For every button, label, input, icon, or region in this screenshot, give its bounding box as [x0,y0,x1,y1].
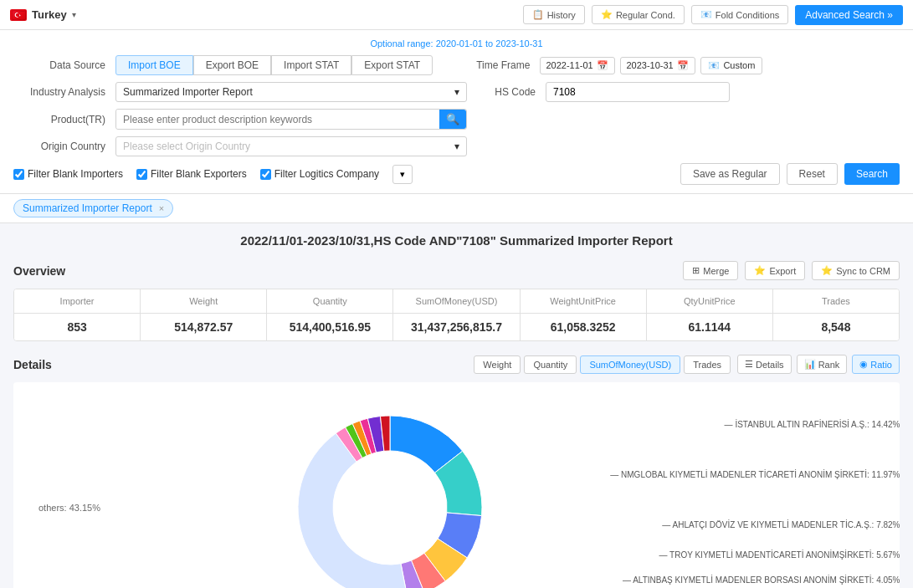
donut-chart [281,399,499,588]
tab-import-stat[interactable]: Import STAT [271,55,351,75]
details-tabs: Weight Quantity SumOfMoney(USD) Trades [474,355,731,374]
ratio-view-btn[interactable]: ◉ Ratio [852,355,900,374]
header-right: 📋 History ⭐ Regular Cond. 📧 Fold Conditi… [523,5,903,25]
close-tab-icon[interactable]: × [159,203,164,213]
col-sum-money: SumOfMoney(USD) [393,289,520,313]
time-to-input[interactable]: 2023-10-31 📅 [620,57,695,74]
val-qty-unit-price: 61.1144 [647,314,773,340]
tab-import-boe[interactable]: Import BOE [115,55,193,75]
chevron-down-icon: ▾ [454,86,459,98]
others-label: others: 43.15% [38,503,100,513]
product-input-wrap: 🔍 [115,109,467,130]
val-weight: 514,872.57 [141,314,267,340]
sync-icon: ⭐ [821,265,833,276]
product-search-icon[interactable]: 🔍 [439,110,466,129]
timeframe-group: 2022-11-01 📅 2023-10-31 📅 📧 Custom [540,57,762,74]
stats-value-row: 853 514,872.57 514,400,516.95 31,437,256… [14,314,899,340]
product-label: Product(TR) [13,114,105,125]
details-icon: ☰ [745,359,753,370]
overview-header: Overview ⊞ Merge ⭐ Export ⭐ Sync to CRM [13,261,900,280]
filter-row: Filter Blank Importers Filter Blank Expo… [13,163,900,185]
advanced-search-button[interactable]: Advanced Search » [795,5,903,25]
chevron-down-icon[interactable]: ▾ [72,10,76,19]
search-panel: Optional range: 2020-01-01 to 2023-10-31… [0,30,913,194]
result-tabs: Summarized Importer Report × [0,194,913,223]
fold-conditions-button[interactable]: 📧 Fold Conditions [691,5,788,24]
col-importer: Importer [14,289,141,313]
val-sum-money: 31,437,256,815.7 [393,314,520,340]
filter-logistics-checkbox[interactable]: Filter Logitics Company [260,168,379,180]
details-header: Details Weight Quantity SumOfMoney(USD) … [13,355,900,374]
tab-weight[interactable]: Weight [474,355,521,374]
legend-istanbul: — İSTANBUL ALTIN RAFİNERİSİ A.Ş.: 14.42% [725,420,900,429]
turkey-flag-icon [10,9,27,21]
search-button[interactable]: Search [844,163,900,185]
val-trades: 8,548 [773,314,899,340]
overview-title: Overview [13,264,65,278]
origin-row: Origin Country Please select Origin Coun… [13,136,900,156]
country-name: Turkey [32,8,67,21]
hs-code-input[interactable] [546,82,730,102]
chart-legend: — İSTANBUL ALTIN RAFİNERİSİ A.Ş.: 14.42%… [499,382,900,588]
legend-nmglobal: — NMGLOBAL KIYMETLİ MADENLER TİCARETİ AN… [610,470,900,479]
regular-cond-button[interactable]: ⭐ Regular Cond. [592,5,685,24]
report-title: 2022/11/01-2023/10/31,HS Code AND"7108" … [13,233,900,248]
legend-troy: — TROY KIYMETLİ MADENTİCARETİ ANONİMŞİRK… [659,550,900,560]
chevron-down-icon: ▾ [454,141,459,152]
details-view-btn[interactable]: ☰ Details [737,355,792,374]
industry-select[interactable]: Summarized Importer Report ▾ [115,82,467,102]
tab-trades[interactable]: Trades [684,355,731,374]
col-weight-unit-price: WeightUnitPrice [521,289,647,313]
ratio-icon: ◉ [859,359,868,370]
main-content: 2022/11/01-2023/10/31,HS Code AND"7108" … [0,223,913,588]
rank-view-btn[interactable]: 📊 Rank [797,355,848,374]
header: Turkey ▾ 📋 History ⭐ Regular Cond. 📧 Fol… [0,0,913,30]
val-quantity: 514,400,516.95 [267,314,393,340]
val-weight-unit-price: 61,058.3252 [521,314,647,340]
col-qty-unit-price: QtyUnitPrice [647,289,773,313]
optional-range: Optional range: 2020-01-01 to 2023-10-31 [13,38,900,49]
tab-sum-money[interactable]: SumOfMoney(USD) [580,355,680,374]
filter-blank-importers-checkbox[interactable]: Filter Blank Importers [13,168,123,180]
detail-view-buttons: ☰ Details 📊 Rank ◉ Ratio [737,355,900,374]
sync-crm-button[interactable]: ⭐ Sync to CRM [812,261,900,280]
origin-select[interactable]: Please select Origin Country ▾ [115,136,467,156]
chart-area: others: 43.15% — İSTANBUL ALTIN RAFİNERİ… [13,382,900,588]
data-source-tabs: Import BOE Export BOE Import STAT Export… [115,55,433,75]
industry-label: Industry Analysis [13,86,105,98]
more-filters-button[interactable]: ▾ [392,165,413,184]
col-quantity: Quantity [267,289,393,313]
custom-button[interactable]: 📧 Custom [700,57,762,74]
industry-row: Industry Analysis Summarized Importer Re… [13,82,900,102]
export-button[interactable]: ⭐ Export [745,261,805,280]
calendar-icon: 📅 [677,60,689,71]
history-icon: 📋 [532,9,544,20]
overview-actions: ⊞ Merge ⭐ Export ⭐ Sync to CRM [683,261,900,280]
custom-icon: 📧 [708,60,720,71]
star-icon: ⭐ [601,9,613,20]
details-title: Details [13,358,52,371]
tab-export-boe[interactable]: Export BOE [193,55,271,75]
product-row: Product(TR) 🔍 [13,109,900,130]
hs-code-label: HS Code [477,86,536,98]
origin-label: Origin Country [13,141,105,152]
calendar-icon: 📅 [597,60,608,71]
stats-header-row: Importer Weight Quantity SumOfMoney(USD)… [14,289,899,314]
tab-export-stat[interactable]: Export STAT [351,55,433,75]
header-left: Turkey ▾ [10,8,76,21]
data-source-label: Data Source [13,59,105,71]
merge-icon: ⊞ [692,265,700,276]
merge-button[interactable]: ⊞ Merge [683,261,738,280]
legend-ahlatci: — AHLATÇI DÖVİZ VE KIYMETLİ MADENLER TİC… [662,520,900,529]
product-input[interactable] [116,110,439,129]
time-from-input[interactable]: 2022-11-01 📅 [540,57,615,74]
filter-blank-exporters-checkbox[interactable]: Filter Blank Exporters [136,168,247,180]
result-tab-summarized[interactable]: Summarized Importer Report × [13,199,173,217]
tab-quantity[interactable]: Quantity [524,355,577,374]
reset-button[interactable]: Reset [787,163,838,185]
val-importer: 853 [14,314,141,340]
fold-icon: 📧 [700,9,712,20]
history-button[interactable]: 📋 History [523,5,585,24]
filter-actions: Save as Regular Reset Search [680,163,900,185]
save-as-regular-button[interactable]: Save as Regular [680,163,780,185]
